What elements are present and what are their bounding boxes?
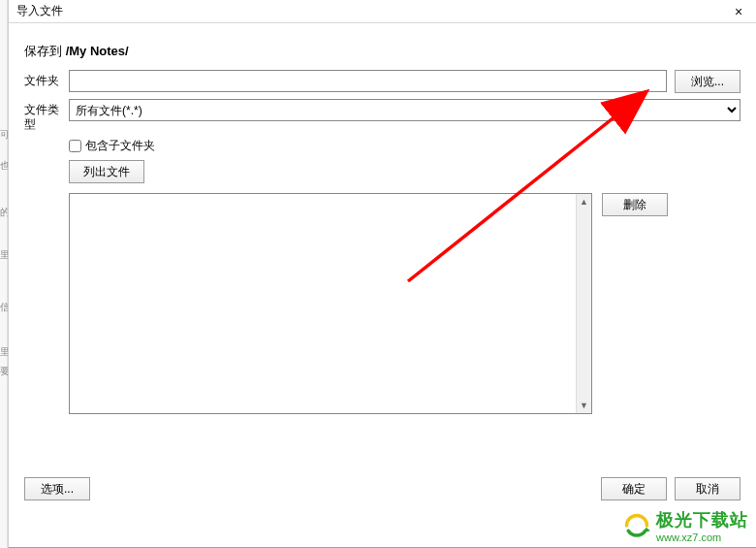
include-subfolders-checkbox[interactable]	[69, 140, 81, 152]
list-files-row: 列出文件	[69, 160, 740, 183]
scroll-track[interactable]	[577, 210, 591, 398]
filetype-select[interactable]: 所有文件(*.*)	[69, 99, 740, 121]
watermark-brand: 极光下载站	[656, 508, 748, 532]
listbox-scrollbar[interactable]: ▲ ▼	[576, 194, 591, 413]
browse-button[interactable]: 浏览...	[675, 70, 740, 93]
delete-button[interactable]: 删除	[602, 193, 668, 216]
scroll-down-icon[interactable]: ▼	[577, 398, 591, 413]
svg-marker-0	[644, 528, 650, 532]
watermark: 极光下载站 www.xz7.com	[623, 508, 748, 543]
watermark-url: www.xz7.com	[656, 532, 748, 543]
import-file-dialog: 导入文件 × 保存到 /My Notes/ 文件夹 浏览... 文件类型 所有文…	[8, 0, 756, 548]
folder-row: 文件夹 浏览...	[24, 70, 740, 93]
dialog-content: 保存到 /My Notes/ 文件夹 浏览... 文件类型 所有文件(*.*) …	[9, 23, 756, 426]
options-button[interactable]: 选项...	[24, 477, 90, 500]
dialog-title: 导入文件	[16, 3, 63, 19]
close-button[interactable]: ×	[725, 2, 752, 21]
save-to-path: /My Notes/	[66, 44, 129, 58]
folder-input[interactable]	[69, 70, 667, 92]
close-icon: ×	[735, 4, 742, 19]
cancel-button[interactable]: 取消	[675, 477, 740, 500]
background-sidebar: 可 也 的 里 信 里 要	[0, 0, 8, 548]
filetype-label: 文件类型	[24, 99, 69, 132]
dialog-footer: 选项... 确定 取消	[24, 477, 740, 500]
file-listbox[interactable]: ▲ ▼	[69, 193, 592, 414]
subfolders-row: 包含子文件夹	[69, 138, 740, 154]
folder-label: 文件夹	[24, 70, 69, 88]
save-to-label: 保存到	[24, 44, 66, 58]
include-subfolders-label[interactable]: 包含子文件夹	[85, 138, 155, 154]
titlebar: 导入文件 ×	[9, 0, 756, 23]
ok-button[interactable]: 确定	[601, 477, 667, 500]
file-list-area: ▲ ▼ 删除	[69, 193, 740, 414]
list-files-button[interactable]: 列出文件	[69, 160, 144, 183]
filetype-row: 文件类型 所有文件(*.*)	[24, 99, 740, 132]
watermark-logo-icon	[623, 512, 650, 539]
footer-right: 确定 取消	[601, 477, 740, 500]
scroll-up-icon[interactable]: ▲	[577, 194, 591, 210]
save-to-row: 保存到 /My Notes/	[24, 43, 740, 60]
